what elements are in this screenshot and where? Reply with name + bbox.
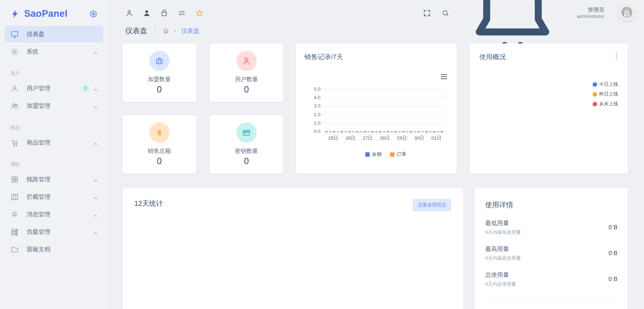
legend-dot [593, 92, 597, 97]
avatar[interactable] [619, 5, 635, 21]
stat-card: $ 销售总额 0 [122, 115, 196, 174]
usage-row-value: 0 B [608, 276, 617, 283]
stat-card: 密钥数量 0 [210, 115, 283, 174]
usage-row-sublabel: 9天内最低使用量 [485, 229, 521, 236]
sidebar-section-label: 商品 [10, 125, 98, 131]
legend-item-今日上线[interactable]: 今日上线 [593, 81, 618, 87]
breadcrumb-current[interactable]: 仪表盘 [181, 27, 200, 35]
star-icon[interactable] [195, 9, 204, 17]
usage-detail-rows: 最低用量 9天内最低使用量 0 B 最高用量 9天内最高使用量 0 B 总使用量… [485, 219, 617, 287]
map-icon [10, 193, 19, 201]
sliders-icon[interactable] [178, 9, 186, 17]
topbar: 0 管理员 administrator [108, 0, 644, 26]
stat-icon-circle [236, 51, 257, 71]
usage-detail-card: 使用详情 最低用量 9天内最低使用量 0 B 最高用量 9天内最高使用量 0 B… [475, 188, 628, 309]
traffic-usage-button[interactable]: 流量使用情况 [412, 199, 451, 211]
legend-swatch [390, 152, 395, 157]
sidebar-item-商品管理[interactable]: 商品管理 [5, 134, 103, 151]
sidebar-section-label: 用户 [10, 70, 98, 77]
people-icon [10, 102, 19, 110]
legend-item-金额[interactable]: 金额 [365, 151, 382, 157]
stat-icon-circle [149, 51, 170, 71]
sidebar-item-消息管理[interactable]: 消息管理 [5, 206, 103, 223]
stat-label: 加盟数量 [148, 76, 171, 83]
bag-icon[interactable] [160, 9, 168, 17]
sales-chart-title: 销售记录/7天 [304, 52, 448, 62]
fullscreen-icon[interactable] [423, 9, 431, 17]
sidebar-menu: 仪表盘 系统 用户 用户管理 0 加盟管理 商品 商品管理 系统 线路管理 [0, 26, 108, 258]
legend-dot [593, 102, 597, 106]
user-display-name: 管理员 [577, 6, 604, 13]
legend-item-订单[interactable]: 订单 [390, 151, 406, 157]
sidebar-item-拦截管理[interactable]: 拦截管理 [5, 189, 103, 205]
usage-detail-row: 最低用量 9天内最低使用量 0 B [485, 219, 617, 236]
chart-menu-icon[interactable] [440, 73, 448, 80]
x-axis-label: 28日 [376, 135, 393, 141]
user-filled-icon[interactable] [143, 9, 151, 17]
sidebar-item-加盟管理[interactable]: 加盟管理 [5, 98, 103, 114]
chevron-up-icon [93, 104, 98, 108]
person-icon [242, 56, 251, 66]
y-axis-label: 2.0 [306, 112, 320, 117]
divider [485, 299, 617, 299]
legend-item-昨日上线[interactable]: 昨日上线 [593, 91, 618, 97]
usage-row-sublabel: 9天内总使用量 [485, 281, 516, 287]
briefcase-icon [155, 56, 164, 66]
stat-label: 用户数量 [235, 76, 258, 83]
usage-overview-card: 使用概况 今日上线昨日上线从未上线 [469, 43, 628, 174]
usage-row-label: 最低用量 [485, 219, 521, 227]
usage-legend: 今日上线昨日上线从未上线 [593, 81, 618, 107]
logo: SaoPanel [0, 0, 108, 25]
chevron-up-icon [93, 141, 98, 145]
usage-row-label: 最高用量 [485, 245, 521, 253]
kebab-menu-icon[interactable] [614, 52, 619, 59]
sidebar-item-负载管理[interactable]: 负载管理 [5, 224, 103, 240]
sidebar-toggle-icon[interactable] [89, 10, 98, 18]
user-outline-icon[interactable] [125, 9, 133, 17]
main-area: 0 管理员 administrator 仪表盘 › 仪表盘 加盟数量 0 [108, 0, 644, 309]
stat-grid: 加盟数量 0 用户数量 0 $ 销售总额 0 密钥数量 0 [122, 43, 283, 174]
usage-row-value: 0 B [608, 224, 617, 231]
dollar-icon: $ [155, 128, 164, 138]
legend-item-从未上线[interactable]: 从未上线 [593, 101, 618, 107]
sidebar-item-系统[interactable]: 系统 [5, 43, 103, 60]
usage-row-value: 0 B [608, 250, 617, 257]
user-username: administrator [577, 13, 604, 20]
y-axis-label: 5.0 [306, 86, 320, 92]
sidebar: SaoPanel 仪表盘 系统 用户 用户管理 0 加盟管理 商品 商品管理 系… [0, 0, 108, 309]
y-axis: 5.04.03.02.01.00.0 [306, 90, 320, 163]
bulb-icon [10, 210, 19, 219]
folder-icon [10, 245, 19, 254]
server-icon [10, 228, 19, 236]
chevron-up-icon [93, 86, 98, 90]
x-axis-label: 29日 [394, 135, 411, 141]
chevron-up-icon [93, 195, 98, 199]
person-icon [10, 84, 19, 93]
chevron-right-icon: › [174, 27, 176, 34]
usage-detail-row: 总使用量 9天内总使用量 0 B [485, 271, 617, 287]
chevron-up-icon [93, 177, 98, 181]
stat-label: 密钥数量 [235, 147, 258, 155]
sidebar-item-面板文档[interactable]: 面板文档 [5, 241, 103, 258]
monitor-icon [10, 30, 19, 38]
topbar-quick-icons [125, 9, 204, 17]
sidebar-item-用户管理[interactable]: 用户管理 0 [5, 80, 103, 97]
search-icon[interactable] [441, 9, 450, 17]
home-icon[interactable] [162, 27, 169, 34]
y-axis-label: 4.0 [306, 95, 320, 100]
sidebar-item-线路管理[interactable]: 线路管理 [5, 171, 103, 188]
y-axis-label: 0.0 [306, 129, 320, 134]
svg-text:$: $ [157, 129, 161, 136]
y-axis-label: 1.0 [306, 120, 320, 126]
sales-legend: 金额订单 [325, 151, 447, 157]
card-icon [242, 128, 251, 138]
stat-value: 0 [157, 84, 162, 94]
chevron-up-icon [93, 212, 98, 216]
content: 加盟数量 0 用户数量 0 $ 销售总额 0 密钥数量 0 销售记录/7天 5.… [108, 36, 644, 309]
usage-row-sublabel: 9天内最高使用量 [485, 255, 521, 261]
sidebar-item-仪表盘[interactable]: 仪表盘 [5, 26, 103, 42]
legend-dot [593, 82, 597, 87]
divider [155, 26, 155, 36]
stat-value: 0 [244, 84, 249, 94]
x-axis-label: 01日 [428, 135, 445, 141]
